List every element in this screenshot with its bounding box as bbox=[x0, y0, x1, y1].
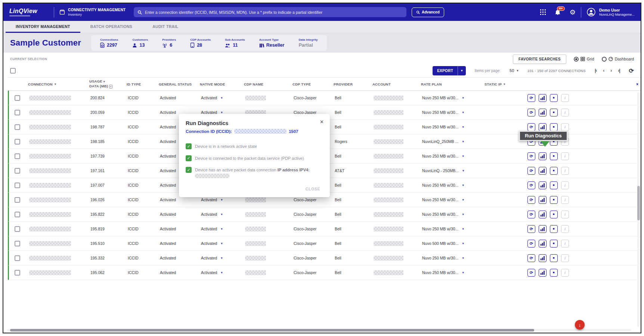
run-diagnostics-button[interactable] bbox=[539, 196, 547, 204]
native-mode-select[interactable]: Activated ▾ bbox=[197, 270, 241, 275]
scroll-down-fab[interactable]: ↓ bbox=[575, 320, 585, 330]
tab-batch-operations[interactable]: BATCH OPERATIONS bbox=[80, 21, 142, 33]
view-grid-radio[interactable]: Grid bbox=[574, 57, 594, 62]
rate-plan-select[interactable]: Nuvo 250 MB w/30... ▾ bbox=[418, 270, 482, 275]
run-diagnostics-button[interactable] bbox=[539, 240, 547, 248]
rate-plan-select[interactable]: Nuvo 500 MB w/30... ▾ bbox=[418, 241, 482, 246]
run-diagnostics-button[interactable] bbox=[539, 269, 547, 277]
refresh-connection-button[interactable]: ⟳ bbox=[527, 109, 535, 116]
refresh-connection-button[interactable]: ⟳ bbox=[527, 240, 535, 248]
refresh-connection-button[interactable]: ⟳ bbox=[527, 152, 535, 160]
filter-icon[interactable]: ▾ bbox=[109, 85, 112, 88]
row-checkbox[interactable] bbox=[15, 197, 20, 203]
run-diagnostics-button[interactable] bbox=[539, 94, 547, 102]
native-mode-select[interactable]: Activated ▾ bbox=[197, 256, 241, 260]
horizontal-scrollbar-thumb[interactable] bbox=[10, 329, 534, 332]
column-header-connection[interactable]: CONNECTION▾ bbox=[24, 82, 86, 86]
user-menu[interactable]: Demo User NuvoLinQ Manageme... bbox=[586, 7, 635, 17]
row-checkbox[interactable] bbox=[15, 226, 20, 232]
native-mode-select[interactable]: Activated ▾ bbox=[197, 96, 241, 100]
run-diagnostics-button[interactable] bbox=[539, 167, 547, 175]
prev-page-button[interactable]: ‹ bbox=[603, 68, 604, 73]
notifications-bell-icon[interactable]: 99+ bbox=[555, 9, 561, 15]
row-checkbox[interactable] bbox=[15, 168, 20, 174]
refresh-connection-button[interactable]: ⟳ bbox=[527, 225, 535, 233]
row-checkbox[interactable] bbox=[15, 110, 20, 115]
row-checkbox[interactable] bbox=[15, 212, 20, 217]
rate-plan-select[interactable]: Nuvo 250 MB w/30... ▾ bbox=[418, 227, 482, 231]
deactivate-button[interactable]: ■ bbox=[550, 240, 558, 248]
column-header-static_ip[interactable]: STATIC IP▾ bbox=[481, 82, 523, 86]
refresh-connection-button[interactable]: ⟳ bbox=[527, 94, 535, 102]
refresh-connection-button[interactable]: ⟳ bbox=[527, 211, 535, 218]
rate-plan-select[interactable]: Nuvo 250 MB w/30... ▾ bbox=[418, 256, 482, 260]
advanced-search-button[interactable]: Advanced bbox=[412, 7, 444, 17]
tab-audit-trail[interactable]: AUDIT TRAIL bbox=[142, 21, 188, 33]
deactivate-button[interactable]: ■ bbox=[550, 254, 558, 262]
row-checkbox[interactable] bbox=[15, 124, 20, 130]
refresh-icon[interactable]: ⟳ bbox=[629, 67, 634, 74]
native-mode-select[interactable]: Activated ▾ bbox=[197, 227, 241, 231]
deactivate-button[interactable]: ■ bbox=[550, 181, 558, 189]
row-checkbox[interactable] bbox=[15, 183, 20, 188]
deactivate-button[interactable]: ■ bbox=[550, 269, 558, 277]
native-mode-select[interactable]: Activated ▾ bbox=[197, 197, 241, 202]
select-all-checkbox[interactable] bbox=[10, 68, 16, 74]
run-diagnostics-button[interactable] bbox=[539, 211, 547, 218]
rate-plan-select[interactable]: Nuvo 250 MB w/30... ▾ bbox=[418, 96, 482, 100]
run-diagnostics-button[interactable] bbox=[539, 225, 547, 233]
native-mode-select[interactable]: Activated ▾ bbox=[197, 241, 241, 246]
run-diagnostics-button[interactable] bbox=[539, 123, 547, 131]
refresh-connection-button[interactable]: ⟳ bbox=[527, 254, 535, 262]
view-dashboard-radio[interactable]: Dashboard bbox=[602, 57, 634, 62]
vertical-scrollbar-thumb[interactable] bbox=[637, 186, 640, 220]
row-checkbox[interactable] bbox=[15, 139, 20, 144]
apps-grid-icon[interactable] bbox=[540, 9, 546, 15]
collapse-columns-icon[interactable]: ›‹ bbox=[636, 81, 638, 87]
rate-plan-select[interactable]: NuvoLinQ_250MB ... ▾ bbox=[418, 139, 482, 144]
rate-plan-select[interactable]: Nuvo 250 MB w/30... ▾ bbox=[418, 212, 482, 217]
deactivate-button[interactable]: ■ bbox=[550, 211, 558, 218]
refresh-connection-button[interactable]: ⟳ bbox=[527, 123, 535, 131]
row-checkbox[interactable] bbox=[15, 255, 20, 261]
deactivate-button[interactable]: ■ bbox=[550, 123, 558, 131]
rate-plan-select[interactable]: Nuvo 250 MB w/30... ▾ bbox=[418, 197, 482, 202]
settings-gear-icon[interactable]: ⚙ bbox=[570, 9, 576, 16]
row-checkbox[interactable] bbox=[15, 153, 20, 159]
last-page-button[interactable]: ›| bbox=[618, 68, 620, 73]
deactivate-button[interactable]: ■ bbox=[550, 109, 558, 116]
close-icon[interactable]: ✕ bbox=[320, 119, 324, 125]
run-diagnostics-button[interactable] bbox=[539, 181, 547, 189]
rate-plan-select[interactable]: Nuvo 250 MB w/30... ▾ bbox=[418, 110, 482, 115]
refresh-connection-button[interactable]: ⟳ bbox=[527, 269, 535, 277]
run-diagnostics-button[interactable] bbox=[539, 152, 547, 160]
rate-plan-select[interactable]: NuvoLinQ - 250MB... ▾ bbox=[418, 168, 482, 173]
row-checkbox[interactable] bbox=[15, 241, 20, 246]
export-dropdown-caret[interactable]: ▾ bbox=[458, 66, 466, 75]
tab-inventory-management[interactable]: INVENTORY MANAGEMENT bbox=[6, 21, 80, 33]
first-page-button[interactable]: |‹ bbox=[595, 68, 597, 73]
items-per-page-select[interactable]: 50 ▾ bbox=[510, 68, 518, 73]
rate-plan-select[interactable]: Nuvo 250 MB w/30... ▾ bbox=[418, 183, 482, 187]
refresh-connection-button[interactable]: ⟳ bbox=[527, 181, 535, 189]
native-mode-select[interactable]: Activated ▾ bbox=[197, 212, 241, 217]
column-header-usage[interactable]: USAGE ▾ DATA (MB) ▾ bbox=[86, 79, 123, 89]
rate-plan-select[interactable]: Nuvo 250 MB w/30... ▾ bbox=[418, 125, 482, 129]
search-input[interactable] bbox=[145, 10, 403, 15]
next-page-button[interactable]: › bbox=[610, 68, 612, 73]
refresh-connection-button[interactable]: ⟳ bbox=[527, 196, 535, 204]
run-diagnostics-button[interactable] bbox=[539, 109, 547, 116]
deactivate-button[interactable]: ■ bbox=[550, 225, 558, 233]
search-bar[interactable] bbox=[134, 7, 406, 17]
refresh-connection-button[interactable]: ⟳ bbox=[527, 167, 535, 175]
rate-plan-select[interactable]: Nuvo 250 MB w/30... ▾ bbox=[418, 154, 482, 158]
row-checkbox[interactable] bbox=[15, 95, 20, 101]
deactivate-button[interactable]: ■ bbox=[550, 94, 558, 102]
deactivate-button[interactable]: ■ bbox=[550, 152, 558, 160]
row-checkbox[interactable] bbox=[15, 270, 20, 276]
favorite-searches-button[interactable]: FAVORITE SEARCHES bbox=[513, 55, 566, 64]
deactivate-button[interactable]: ■ bbox=[550, 167, 558, 175]
export-button[interactable]: EXPORT ▾ bbox=[433, 66, 465, 75]
run-diagnostics-button[interactable] bbox=[539, 254, 547, 262]
deactivate-button[interactable]: ■ bbox=[550, 196, 558, 204]
